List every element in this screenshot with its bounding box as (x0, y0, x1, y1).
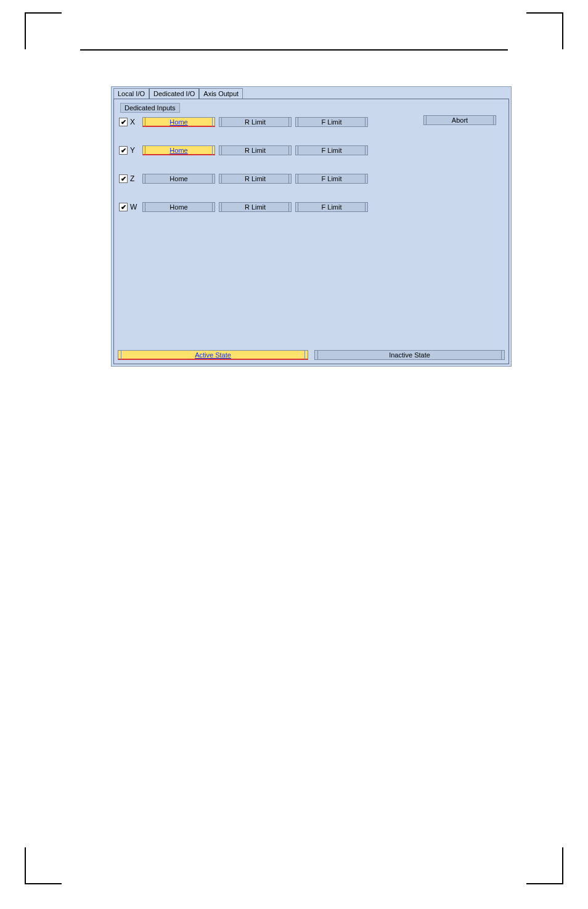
abort-button[interactable]: Abort (423, 115, 496, 125)
dedicated-io-panel: Dedicated Inputs Abort ✔ X Home (113, 99, 509, 364)
legend-active-label: Active State (195, 351, 231, 359)
axis-x-checkbox[interactable]: ✔ (119, 118, 128, 126)
axis-x-home-label: Home (169, 118, 187, 126)
axis-x-rlimit-label: R Limit (245, 118, 266, 126)
axis-w-rlimit-button[interactable]: R Limit (219, 202, 292, 212)
tab-dedicated-io[interactable]: Dedicated I/O (149, 88, 199, 99)
axis-y-rlimit-button[interactable]: R Limit (219, 145, 292, 155)
axis-y-flimit-label: F Limit (322, 147, 342, 154)
axis-x-flimit-label: F Limit (322, 118, 342, 126)
axis-w-flimit-label: F Limit (322, 203, 342, 211)
axis-rows: ✔ X Home R Limit F Limit (116, 116, 506, 213)
page-corner-br (526, 847, 563, 884)
axis-y-flimit-button[interactable]: F Limit (295, 145, 368, 155)
axis-z-home-button[interactable]: Home (142, 174, 215, 184)
axis-z-home-label: Home (169, 175, 187, 182)
axis-w-label: W (130, 203, 140, 211)
axis-y-home-label: Home (169, 147, 187, 154)
axis-z-label: Z (130, 174, 140, 183)
axis-z-flimit-button[interactable]: F Limit (295, 174, 368, 184)
legend-inactive-label: Inactive State (389, 351, 430, 359)
axis-z-rlimit-button[interactable]: R Limit (219, 174, 292, 184)
axis-y-checkbox[interactable]: ✔ (119, 146, 128, 155)
page-header-rule (80, 49, 508, 51)
io-config-window: Local I/O Dedicated I/O Axis Output Dedi… (111, 86, 512, 367)
axis-w-home-label: Home (169, 203, 187, 211)
axis-z-flimit-label: F Limit (322, 175, 342, 182)
axis-w-flimit-button[interactable]: F Limit (295, 202, 368, 212)
page-corner-tr (526, 12, 563, 49)
axis-y-label: Y (130, 146, 140, 155)
axis-y-home-button[interactable]: Home (142, 145, 215, 155)
abort-label: Abort (452, 116, 468, 124)
axis-x-label: X (130, 118, 140, 126)
tab-axis-output[interactable]: Axis Output (199, 88, 243, 99)
tab-bar: Local I/O Dedicated I/O Axis Output (112, 87, 511, 99)
axis-row-y: ✔ Y Home R Limit F Limit (119, 145, 504, 156)
axis-x-home-button[interactable]: Home (142, 117, 215, 127)
axis-z-rlimit-label: R Limit (245, 175, 266, 182)
tab-local-io[interactable]: Local I/O (113, 88, 149, 99)
axis-w-rlimit-label: R Limit (245, 203, 266, 211)
legend-inactive-state: Inactive State (314, 350, 505, 360)
legend-active-state: Active State (118, 350, 308, 360)
axis-x-flimit-button[interactable]: F Limit (295, 117, 368, 127)
page-corner-bl (25, 847, 62, 884)
axis-w-checkbox[interactable]: ✔ (119, 203, 128, 211)
axis-y-rlimit-label: R Limit (245, 147, 266, 154)
axis-z-checkbox[interactable]: ✔ (119, 174, 128, 183)
axis-row-z: ✔ Z Home R Limit F Limit (119, 173, 504, 184)
axis-row-w: ✔ W Home R Limit F Limit (119, 202, 504, 213)
axis-x-rlimit-button[interactable]: R Limit (219, 117, 292, 127)
group-dedicated-inputs: Dedicated Inputs (120, 103, 180, 113)
page-corner-tl (25, 12, 62, 49)
axis-w-home-button[interactable]: Home (142, 202, 215, 212)
legend-bar: Active State Inactive State (118, 350, 505, 360)
